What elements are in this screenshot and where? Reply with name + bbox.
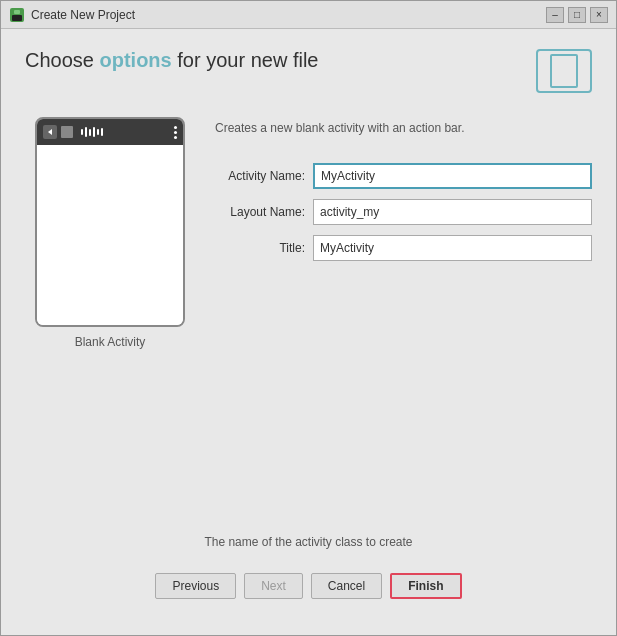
title-bar-left: Create New Project: [9, 7, 135, 23]
window: Create New Project – □ × Choose options …: [0, 0, 617, 636]
title-input[interactable]: [313, 235, 592, 261]
main-area: Blank Activity Creates a new blank activ…: [25, 117, 592, 349]
activity-name-label: Activity Name:: [215, 169, 305, 183]
window-title: Create New Project: [31, 8, 135, 22]
next-button[interactable]: Next: [244, 573, 303, 599]
header: Choose options for your new file: [25, 49, 592, 93]
svg-rect-1: [12, 15, 22, 21]
spacer: [25, 349, 592, 535]
phone-back-btn: [43, 125, 57, 139]
layout-name-label: Layout Name:: [215, 205, 305, 219]
layout-name-row: Layout Name:: [215, 199, 592, 225]
description-text: Creates a new blank activity with an act…: [215, 121, 592, 135]
activity-name-row: Activity Name:: [215, 163, 592, 189]
activity-type-label: Blank Activity: [75, 335, 146, 349]
phone-statusbar: [37, 119, 183, 145]
content-area: Choose options for your new file: [1, 29, 616, 635]
minimize-button[interactable]: –: [546, 7, 564, 23]
app-icon: [9, 7, 25, 23]
phone-menu-dots: [174, 126, 177, 139]
svg-rect-2: [14, 10, 20, 14]
title-plain: Choose: [25, 49, 100, 71]
phone-home-btn: [61, 126, 73, 138]
title-highlight: options: [100, 49, 172, 71]
right-panel: Creates a new blank activity with an act…: [215, 117, 592, 349]
title-bar-controls: – □ ×: [546, 7, 608, 23]
left-panel: Blank Activity: [25, 117, 195, 349]
previous-button[interactable]: Previous: [155, 573, 236, 599]
cancel-button[interactable]: Cancel: [311, 573, 382, 599]
wave-icon: [81, 127, 103, 137]
form-section: Activity Name: Layout Name: Title:: [215, 163, 592, 261]
page-title: Choose options for your new file: [25, 49, 318, 72]
maximize-button[interactable]: □: [568, 7, 586, 23]
device-icon: [536, 49, 592, 93]
svg-marker-3: [48, 129, 52, 135]
title-bar: Create New Project – □ ×: [1, 1, 616, 29]
finish-button[interactable]: Finish: [390, 573, 461, 599]
title-suffix: for your new file: [172, 49, 319, 71]
layout-name-input[interactable]: [313, 199, 592, 225]
hint-text: The name of the activity class to create: [25, 535, 592, 549]
close-button[interactable]: ×: [590, 7, 608, 23]
device-icon-inner: [550, 54, 578, 88]
footer-buttons: Previous Next Cancel Finish: [25, 565, 592, 615]
title-label: Title:: [215, 241, 305, 255]
phone-mockup: [35, 117, 185, 327]
phone-content: [37, 145, 183, 325]
title-row: Title:: [215, 235, 592, 261]
activity-name-input[interactable]: [313, 163, 592, 189]
